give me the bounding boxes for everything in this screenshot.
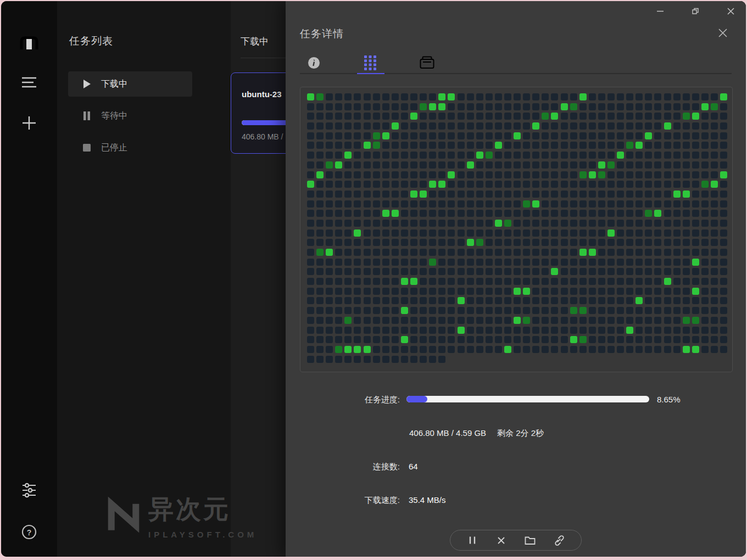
block-cell — [429, 220, 436, 227]
block-cell — [373, 220, 380, 227]
block-cell — [392, 356, 399, 363]
block-cell — [364, 161, 371, 169]
copy-link-button[interactable] — [551, 532, 567, 548]
block-cell — [420, 161, 427, 169]
block-cell — [626, 268, 633, 275]
progress-label: 任务进度: — [286, 395, 400, 405]
tab-files[interactable] — [413, 52, 441, 74]
block-cell — [598, 200, 605, 208]
block-cell — [486, 317, 493, 324]
sidebar-item-waiting[interactable]: 等待中 — [68, 103, 192, 128]
block-cell — [579, 336, 587, 343]
block-cell — [635, 191, 643, 198]
block-cell — [401, 171, 408, 178]
block-cell — [486, 229, 493, 237]
block-cell — [420, 356, 427, 363]
block-cell — [542, 113, 549, 120]
block-cell — [579, 161, 587, 169]
block-cell — [458, 161, 465, 169]
block-cell — [683, 142, 690, 149]
block-cell — [561, 278, 568, 285]
restore-button[interactable] — [690, 5, 701, 16]
block-cell — [598, 288, 605, 295]
block-cell — [711, 239, 718, 246]
block-cell — [467, 152, 474, 159]
block-cell — [373, 268, 380, 275]
delete-task-button[interactable] — [493, 532, 510, 548]
add-task-button[interactable] — [22, 116, 36, 130]
block-cell — [307, 142, 314, 149]
block-cell — [720, 152, 727, 159]
window-close-button[interactable] — [725, 5, 736, 16]
block-cell — [561, 336, 568, 343]
block-cell — [692, 161, 699, 169]
tab-blocks[interactable] — [356, 52, 384, 74]
block-cell — [654, 220, 661, 227]
block-cell — [467, 220, 474, 227]
minimize-button[interactable] — [655, 5, 666, 16]
block-cell — [701, 297, 709, 304]
sidebar-item-downloading[interactable]: 下载中 — [68, 71, 192, 97]
block-cell — [532, 346, 539, 353]
block-cell — [495, 249, 502, 256]
block-cell — [692, 103, 699, 110]
preferences-sliders-icon[interactable] — [21, 482, 37, 499]
block-cell — [523, 249, 530, 256]
block-cell — [373, 152, 380, 159]
pause-task-button[interactable] — [464, 532, 481, 548]
block-cell — [410, 278, 417, 285]
block-cell — [420, 249, 427, 256]
block-cell — [523, 307, 530, 314]
block-cell — [570, 113, 577, 120]
block-cell — [607, 239, 615, 246]
block-cell — [392, 317, 399, 324]
block-cell — [429, 161, 436, 169]
block-cell — [316, 132, 324, 139]
block-cell — [392, 210, 399, 217]
block-cell — [410, 132, 417, 139]
block-cell — [429, 122, 436, 130]
sidebar-item-stopped[interactable]: 已停止 — [68, 135, 192, 160]
details-close-icon[interactable] — [716, 26, 729, 40]
block-cell — [514, 191, 521, 198]
block-cell — [645, 200, 652, 208]
block-cell — [654, 259, 661, 266]
block-cell — [607, 181, 615, 188]
block-cell — [467, 259, 474, 266]
block-cell — [607, 229, 615, 237]
block-cell — [664, 200, 671, 208]
block-cell — [335, 346, 342, 353]
block-cell — [683, 191, 690, 198]
tab-info[interactable] — [300, 52, 327, 74]
block-cell — [448, 278, 455, 285]
block-cell — [335, 336, 342, 343]
block-cell — [420, 103, 427, 110]
block-cell — [701, 210, 709, 217]
block-cell — [382, 142, 389, 149]
block-cell — [711, 161, 718, 169]
block-cell — [316, 259, 324, 266]
task-details-panel: 任务详情 — [286, 1, 746, 557]
help-button[interactable]: ? — [21, 524, 37, 540]
block-cell — [607, 191, 615, 198]
block-cell — [420, 200, 427, 208]
block-cell — [344, 93, 352, 100]
block-cell — [504, 229, 511, 237]
block-cell — [673, 249, 681, 256]
block-cell — [410, 259, 417, 266]
block-cell — [711, 122, 718, 130]
block-cell — [392, 278, 399, 285]
block-cell — [701, 113, 709, 120]
task-list-menu-icon[interactable] — [21, 76, 37, 88]
block-cell — [589, 161, 596, 169]
block-cell — [373, 93, 380, 100]
block-cell — [523, 229, 530, 237]
block-cell — [335, 317, 342, 324]
block-cell — [410, 317, 417, 324]
block-cell — [467, 346, 474, 353]
block-cell — [410, 210, 417, 217]
block-cell — [420, 113, 427, 120]
open-folder-button[interactable] — [522, 532, 538, 548]
block-cell — [579, 297, 587, 304]
block-cell — [382, 297, 389, 304]
